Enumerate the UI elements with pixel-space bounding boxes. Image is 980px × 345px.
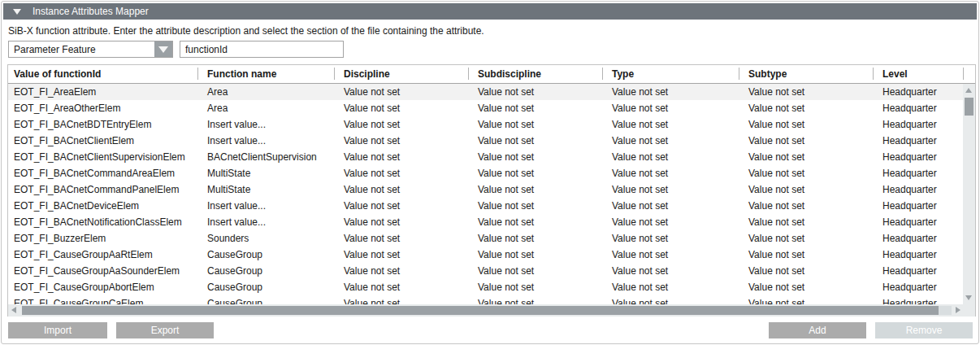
table-cell: Value not set <box>334 133 468 149</box>
attribute-description-input[interactable] <box>180 41 344 58</box>
table-cell: Value not set <box>602 230 739 247</box>
table-row[interactable]: EOT_FI_BACnetClientElemInsert value...Va… <box>8 133 963 149</box>
table-header-row: Value of functionIdFunction nameDiscipli… <box>8 65 975 84</box>
table-cell: Headquarter <box>873 214 963 230</box>
table-cell: Value not set <box>334 149 468 165</box>
table-cell: Value not set <box>739 230 873 247</box>
table-row[interactable]: EOT_FI_CauseGroupCaElemCauseGroupValue n… <box>8 295 963 304</box>
export-button[interactable]: Export <box>116 322 214 338</box>
table-cell: Value not set <box>602 84 739 100</box>
attributes-table: Value of functionIdFunction nameDiscipli… <box>7 64 976 317</box>
attribute-section-dropdown[interactable]: Parameter Feature <box>8 41 173 58</box>
instance-attributes-mapper-panel: Instance Attributes Mapper SiB-X functio… <box>1 1 979 344</box>
table-cell: Headquarter <box>873 165 963 181</box>
table-cell: Value not set <box>468 198 602 214</box>
table-row[interactable]: EOT_FI_BACnetDeviceElemInsert value...Va… <box>8 198 963 214</box>
table-row[interactable]: EOT_FI_CauseGroupAaRtElemCauseGroupValue… <box>8 247 963 263</box>
table-cell: CauseGroup <box>197 295 334 304</box>
scroll-left-arrow-icon[interactable] <box>11 307 16 313</box>
table-cell: Value not set <box>739 279 873 295</box>
column-header-5[interactable]: Subtype <box>739 65 873 83</box>
table-row[interactable]: EOT_FI_CauseGroupAaSounderElemCauseGroup… <box>8 263 963 279</box>
column-header-6[interactable]: Level <box>873 65 975 83</box>
table-cell: Headquarter <box>873 263 963 279</box>
table-cell: Value not set <box>602 100 739 116</box>
table-cell: Value not set <box>602 247 739 263</box>
table-cell: Headquarter <box>873 198 963 214</box>
panel-header[interactable]: Instance Attributes Mapper <box>3 3 977 20</box>
vertical-scroll-thumb[interactable] <box>965 98 973 116</box>
remove-button[interactable]: Remove <box>875 322 973 338</box>
horizontal-scrollbar[interactable] <box>8 304 975 317</box>
table-body: EOT_FI_AreaElemAreaValue not setValue no… <box>8 84 963 304</box>
table-cell: Value not set <box>334 263 468 279</box>
table-cell: Headquarter <box>873 247 963 263</box>
table-cell: Value not set <box>739 84 873 100</box>
collapse-triangle-icon[interactable] <box>13 9 21 15</box>
table-cell: Value not set <box>334 100 468 116</box>
table-row[interactable]: EOT_FI_BACnetClientSupervisionElemBACnet… <box>8 149 963 165</box>
table-cell: Value not set <box>334 279 468 295</box>
table-cell: Headquarter <box>873 230 963 247</box>
column-header-2[interactable]: Discipline <box>334 65 468 83</box>
table-cell: Value not set <box>334 230 468 247</box>
table-cell: CauseGroup <box>197 263 334 279</box>
table-row[interactable]: EOT_FI_AreaElemAreaValue not setValue no… <box>8 84 963 100</box>
table-cell: Sounders <box>197 230 334 247</box>
table-cell: Value not set <box>739 133 873 149</box>
table-row[interactable]: EOT_FI_BuzzerElemSoundersValue not setVa… <box>8 230 963 247</box>
scroll-up-arrow-icon[interactable] <box>965 88 972 93</box>
scroll-down-arrow-icon[interactable] <box>965 295 972 300</box>
table-cell: Value not set <box>334 198 468 214</box>
table-cell: Area <box>197 100 334 116</box>
table-cell: EOT_FI_BACnetCommandAreaElem <box>8 165 197 181</box>
table-cell: Value not set <box>739 149 873 165</box>
table-cell: EOT_FI_BACnetClientElem <box>8 133 197 149</box>
table-cell: Value not set <box>602 116 739 133</box>
table-row[interactable]: EOT_FI_CauseGroupAbortElemCauseGroupValu… <box>8 279 963 295</box>
column-header-1[interactable]: Function name <box>197 65 334 83</box>
table-cell: Value not set <box>602 198 739 214</box>
table-cell: Value not set <box>739 116 873 133</box>
table-row[interactable]: EOT_FI_BACnetNotificationClassElemInsert… <box>8 214 963 230</box>
table-cell: Value not set <box>468 247 602 263</box>
table-cell: MultiState <box>197 181 334 198</box>
panel-description: SiB-X function attribute. Enter the attr… <box>8 25 484 37</box>
table-cell: Headquarter <box>873 133 963 149</box>
horizontal-scroll-track-gap[interactable] <box>939 306 952 315</box>
table-cell: EOT_FI_AreaElem <box>8 84 197 100</box>
column-header-3[interactable]: Subdiscipline <box>468 65 602 83</box>
table-cell: Value not set <box>739 165 873 181</box>
table-cell: Insert value... <box>197 133 334 149</box>
table-row[interactable]: EOT_FI_AreaOtherElemAreaValue not setVal… <box>8 100 963 116</box>
scroll-right-arrow-icon[interactable] <box>956 307 960 313</box>
table-body-region: EOT_FI_AreaElemAreaValue not setValue no… <box>8 84 975 304</box>
table-cell: Headquarter <box>873 181 963 198</box>
table-cell: EOT_FI_BACnetNotificationClassElem <box>8 214 197 230</box>
table-row[interactable]: EOT_FI_BACnetCommandPanelElemMultiStateV… <box>8 181 963 198</box>
table-cell: MultiState <box>197 165 334 181</box>
dropdown-selected-value: Parameter Feature <box>9 44 154 55</box>
table-cell: EOT_FI_CauseGroupAaRtElem <box>8 247 197 263</box>
import-button[interactable]: Import <box>8 322 107 338</box>
dropdown-arrow-button[interactable] <box>154 41 172 57</box>
table-cell: EOT_FI_AreaOtherElem <box>8 100 197 116</box>
table-cell: EOT_FI_CauseGroupCaElem <box>8 295 197 304</box>
table-cell: EOT_FI_BACnetBDTEntryElem <box>8 116 197 133</box>
horizontal-scroll-thumb[interactable] <box>22 306 939 315</box>
table-cell: EOT_FI_BACnetDeviceElem <box>8 198 197 214</box>
table-cell: Value not set <box>739 247 873 263</box>
table-cell: EOT_FI_BACnetCommandPanelElem <box>8 181 197 198</box>
column-header-0[interactable]: Value of functionId <box>8 65 197 83</box>
table-cell: Value not set <box>739 214 873 230</box>
table-cell: Value not set <box>334 181 468 198</box>
table-cell: EOT_FI_BACnetClientSupervisionElem <box>8 149 197 165</box>
table-cell: Headquarter <box>873 295 963 304</box>
add-button[interactable]: Add <box>769 322 866 338</box>
column-header-4[interactable]: Type <box>602 65 739 83</box>
table-row[interactable]: EOT_FI_BACnetCommandAreaElemMultiStateVa… <box>8 165 963 181</box>
table-row[interactable]: EOT_FI_BACnetBDTEntryElemInsert value...… <box>8 116 963 133</box>
table-cell: Value not set <box>602 279 739 295</box>
table-cell: CauseGroup <box>197 247 334 263</box>
vertical-scrollbar[interactable] <box>963 84 975 304</box>
